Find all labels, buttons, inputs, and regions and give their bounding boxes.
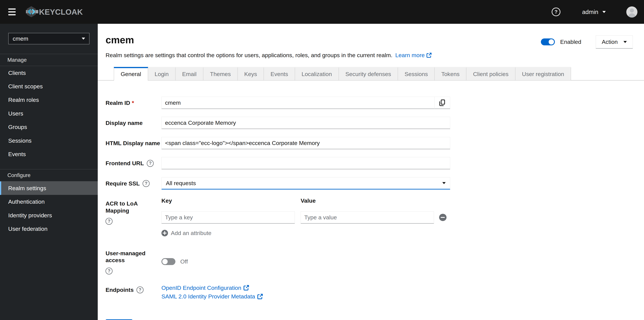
acr-kv-row (162, 211, 450, 224)
user-managed-access-toggle[interactable] (162, 258, 176, 265)
realm-id-label: Realm ID* (106, 97, 162, 109)
caret-down-icon (82, 38, 85, 40)
sidebar-nav: cmem Manage Clients Client scopes Realm … (0, 24, 98, 320)
openid-endpoint-configuration-link[interactable]: OpenID Endpoint Configuration (162, 284, 450, 291)
realm-selector-dropdown[interactable]: cmem (8, 33, 90, 44)
user-managed-access-label: User-managed access (106, 250, 162, 264)
learn-more-link[interactable]: Learn more (395, 52, 432, 59)
username: admin (582, 9, 598, 15)
tab-themes[interactable]: Themes (204, 67, 238, 80)
keycloak-brand: KEYCLOAK (26, 6, 83, 18)
keycloak-logo-icon (26, 6, 38, 18)
enabled-label: Enabled (560, 39, 581, 45)
external-link-icon (243, 285, 249, 291)
copy-button[interactable] (434, 97, 450, 109)
tab-email[interactable]: Email (176, 67, 204, 80)
masthead-right: admin (552, 7, 644, 18)
realm-settings-tabs: General Login Email Themes Keys Events L… (98, 67, 644, 80)
key-column-header: Key (162, 197, 295, 204)
user-menu[interactable]: admin (582, 9, 606, 15)
user-avatar[interactable] (626, 7, 638, 18)
help-icon[interactable] (142, 180, 150, 187)
tab-sessions[interactable]: Sessions (398, 67, 435, 80)
realm-id-group (162, 97, 450, 109)
endpoints-row: Endpoints OpenID Endpoint Configuration (106, 283, 644, 300)
save-button[interactable]: Save (106, 319, 132, 320)
learn-more-label: Learn more (395, 52, 424, 59)
tab-keys[interactable]: Keys (238, 67, 264, 80)
realm-enabled-toggle[interactable] (541, 39, 555, 45)
require-ssl-label: Require SSL (106, 180, 140, 187)
frontend-url-input[interactable] (162, 157, 450, 169)
sidebar-item-user-federation[interactable]: User federation (0, 222, 98, 235)
add-attribute-label: Add an attribute (171, 230, 212, 236)
action-dropdown-button[interactable]: Action (596, 36, 633, 49)
sidebar-item-sessions[interactable]: Sessions (0, 134, 98, 147)
sidebar-item-client-scopes[interactable]: Client scopes (0, 80, 98, 93)
help-icon[interactable] (106, 267, 112, 274)
tab-events[interactable]: Events (264, 67, 295, 80)
sidebar-item-realm-roles[interactable]: Realm roles (0, 93, 98, 107)
tab-user-registration[interactable]: User registration (516, 67, 571, 80)
html-display-name-input[interactable] (162, 137, 450, 149)
realm-id-input[interactable] (162, 97, 434, 109)
realm-id-row: Realm ID* (106, 97, 644, 109)
acr-key-input[interactable] (162, 211, 295, 224)
acr-to-loa-row: ACR to LoA Mapping Key Value (106, 197, 644, 236)
content-area: cmem Enabled Action Realm settings are s… (98, 24, 644, 320)
frontend-url-label: Frontend URL (106, 160, 144, 167)
help-icon[interactable] (136, 286, 144, 293)
tab-tokens[interactable]: Tokens (435, 67, 466, 80)
copy-icon (439, 100, 445, 106)
endpoints-label: Endpoints (106, 286, 134, 293)
realm-selector-value: cmem (13, 36, 28, 42)
user-managed-access-row: User-managed access Off (106, 247, 644, 274)
keycloak-admin-console: KEYCLOAK admin cmem Manage Clients Clien… (0, 0, 644, 320)
plus-circle-icon (162, 230, 168, 236)
acr-value-input[interactable] (300, 211, 434, 224)
caret-down-icon (442, 182, 446, 184)
add-attribute-button[interactable]: Add an attribute (162, 230, 450, 236)
masthead: KEYCLOAK admin (0, 0, 644, 24)
header-controls: Enabled Action (541, 36, 633, 49)
sidebar-item-authentication[interactable]: Authentication (0, 195, 98, 208)
html-display-name-label: HTML Display name (106, 137, 162, 149)
required-asterisk: * (132, 100, 134, 106)
remove-attribute-button[interactable] (439, 214, 446, 221)
hamburger-menu-icon[interactable] (8, 9, 16, 15)
nav-section-title-configure: Configure (0, 169, 98, 181)
display-name-row: Display name (106, 117, 644, 129)
page-description: Realm settings are settings that control… (106, 52, 392, 59)
sidebar-item-users[interactable]: Users (0, 107, 98, 120)
caret-down-icon (602, 11, 606, 13)
external-link-icon (426, 53, 432, 58)
tab-login[interactable]: Login (148, 67, 176, 80)
html-display-name-row: HTML Display name (106, 137, 644, 149)
tab-localization[interactable]: Localization (295, 67, 339, 80)
brand-text: KEYCLOAK (39, 8, 83, 17)
sidebar-item-identity-providers[interactable]: Identity providers (0, 209, 98, 222)
tab-security-defenses[interactable]: Security defenses (339, 67, 398, 80)
saml-idp-metadata-link[interactable]: SAML 2.0 Identity Provider Metadata (162, 293, 450, 300)
toggle-state-label: Off (180, 258, 188, 265)
help-icon[interactable] (106, 218, 112, 225)
sidebar-item-events[interactable]: Events (0, 147, 98, 161)
tab-general[interactable]: General (114, 67, 148, 80)
help-icon[interactable] (552, 8, 560, 16)
sidebar-item-groups[interactable]: Groups (0, 120, 98, 134)
sidebar-item-realm-settings[interactable]: Realm settings (0, 181, 98, 195)
sidebar-item-clients[interactable]: Clients (0, 66, 98, 80)
require-ssl-row: Require SSL All requests (106, 177, 644, 189)
display-name-label: Display name (106, 117, 162, 129)
page-description-row: Realm settings are settings that control… (98, 49, 644, 59)
acr-kv-headers: Key Value (162, 197, 450, 204)
tab-client-policies[interactable]: Client policies (466, 67, 515, 80)
action-dropdown-label: Action (602, 39, 618, 45)
acr-to-loa-label: ACR to LoA Mapping (106, 200, 162, 214)
help-icon[interactable] (147, 160, 154, 167)
form-actions: Save Revert (106, 319, 644, 320)
caret-down-icon (624, 41, 627, 43)
value-column-header: Value (300, 197, 434, 204)
display-name-input[interactable] (162, 117, 450, 129)
require-ssl-select[interactable]: All requests (162, 177, 450, 189)
